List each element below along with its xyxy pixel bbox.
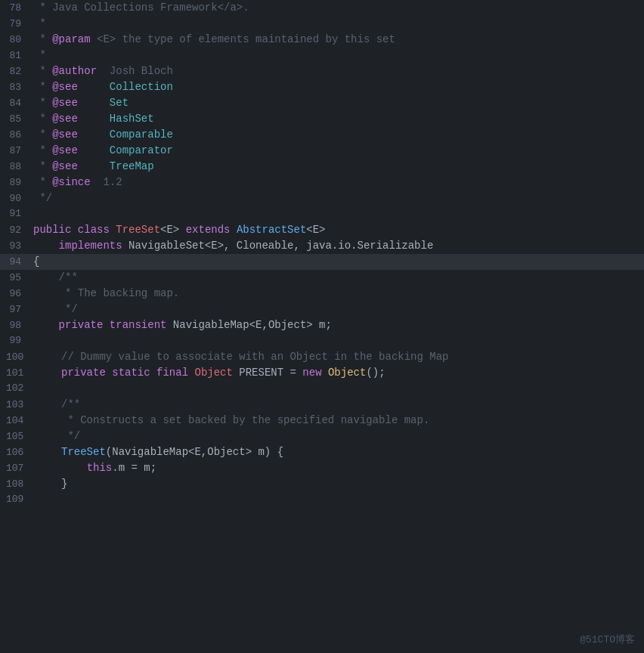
line-number: 91 xyxy=(6,206,33,221)
code-line: 102 xyxy=(0,381,644,397)
code-line: 83 * @see Collection xyxy=(0,79,644,95)
line-content: * @param <E> the type of elements mainta… xyxy=(33,32,395,48)
line-content: */ xyxy=(36,429,80,444)
line-number: 82 xyxy=(6,64,33,79)
line-content: /** xyxy=(36,397,80,413)
line-content: * Java Collections Framework</a>. xyxy=(33,0,249,16)
line-number: 93 xyxy=(6,239,33,254)
line-number: 83 xyxy=(6,80,33,95)
line-content: * Constructs a set backed by the specifi… xyxy=(36,413,429,429)
line-content: * @see HashSet xyxy=(33,111,154,127)
code-line: 97 */ xyxy=(0,302,644,317)
line-number: 106 xyxy=(6,445,36,460)
line-number: 109 xyxy=(6,492,36,507)
line-number: 101 xyxy=(6,366,36,381)
code-line: 94{ xyxy=(0,254,644,270)
line-content: * @since 1.2 xyxy=(33,175,122,190)
line-number: 98 xyxy=(6,318,33,333)
line-content: { xyxy=(33,254,39,270)
line-content: TreeSet(NavigableMap<E,Object> m) { xyxy=(36,444,283,460)
line-content: // Dummy value to associate with an Obje… xyxy=(36,349,448,365)
code-line: 78 * Java Collections Framework</a>. xyxy=(0,0,644,16)
code-line: 101 private static final Object PRESENT … xyxy=(0,365,644,381)
line-content: * xyxy=(33,48,46,63)
code-line: 86 * @see Comparable xyxy=(0,127,644,143)
line-content: * xyxy=(33,16,46,32)
line-content: */ xyxy=(33,190,52,206)
line-number: 108 xyxy=(6,477,36,492)
line-content: private static final Object PRESENT = ne… xyxy=(36,365,385,381)
line-content: * @author Josh Bloch xyxy=(33,63,173,79)
code-line: 81 * xyxy=(0,48,644,63)
line-number: 105 xyxy=(6,429,36,444)
line-content: public class TreeSet<E> extends Abstract… xyxy=(33,222,326,238)
code-line: 105 */ xyxy=(0,429,644,444)
line-content: */ xyxy=(33,302,78,317)
line-number: 96 xyxy=(6,286,33,302)
line-content: * @see TreeMap xyxy=(33,159,154,175)
line-number: 80 xyxy=(6,32,33,48)
line-number: 95 xyxy=(6,271,33,286)
line-number: 81 xyxy=(6,48,33,63)
line-number: 87 xyxy=(6,144,33,159)
code-line: 91 xyxy=(0,206,644,222)
line-content: * @see Collection xyxy=(33,79,173,95)
line-number: 85 xyxy=(6,112,33,127)
code-line: 93 implements NavigableSet<E>, Cloneable… xyxy=(0,238,644,254)
code-line: 107 this.m = m; xyxy=(0,460,644,476)
code-line: 96 * The backing map. xyxy=(0,286,644,302)
code-line: 104 * Constructs a set backed by the spe… xyxy=(0,413,644,429)
line-number: 100 xyxy=(6,350,36,365)
line-number: 79 xyxy=(6,17,33,32)
code-line: 79 * xyxy=(0,16,644,32)
line-number: 89 xyxy=(6,175,33,190)
code-line: 99 xyxy=(0,333,644,349)
code-line: 80 * @param <E> the type of elements mai… xyxy=(0,32,644,48)
line-number: 99 xyxy=(6,333,33,348)
line-content: } xyxy=(36,476,67,492)
line-content: * @see Comparable xyxy=(33,127,173,143)
line-number: 90 xyxy=(6,191,33,206)
line-content: /** xyxy=(33,270,78,286)
line-number: 94 xyxy=(6,255,33,270)
line-content: private transient NavigableMap<E,Object>… xyxy=(33,317,332,333)
line-number: 88 xyxy=(6,159,33,175)
line-number: 97 xyxy=(6,302,33,317)
code-line: 109 xyxy=(0,492,644,508)
code-line: 108 } xyxy=(0,476,644,492)
line-number: 86 xyxy=(6,128,33,143)
line-number: 84 xyxy=(6,96,33,111)
line-number: 107 xyxy=(6,461,36,476)
line-number: 104 xyxy=(6,413,36,429)
code-line: 103 /** xyxy=(0,397,644,413)
line-content: this.m = m; xyxy=(36,460,156,476)
line-number: 78 xyxy=(6,1,33,16)
watermark: @51CTO博客 xyxy=(580,633,635,648)
code-line: 89 * @since 1.2 xyxy=(0,175,644,190)
line-number: 102 xyxy=(6,381,36,396)
code-line: 95 /** xyxy=(0,270,644,286)
line-content: * @see Set xyxy=(33,95,128,111)
code-line: 84 * @see Set xyxy=(0,95,644,111)
line-content: * @see Comparator xyxy=(33,143,173,159)
line-content: implements NavigableSet<E>, Cloneable, j… xyxy=(33,238,433,254)
code-line: 88 * @see TreeMap xyxy=(0,159,644,175)
code-line: 82 * @author Josh Bloch xyxy=(0,63,644,79)
code-line: 85 * @see HashSet xyxy=(0,111,644,127)
code-line: 90 */ xyxy=(0,190,644,206)
code-line: 98 private transient NavigableMap<E,Obje… xyxy=(0,317,644,333)
code-line: 100 // Dummy value to associate with an … xyxy=(0,349,644,365)
code-line: 87 * @see Comparator xyxy=(0,143,644,159)
line-content: * The backing map. xyxy=(33,286,179,302)
code-line: 92public class TreeSet<E> extends Abstra… xyxy=(0,222,644,238)
line-number: 103 xyxy=(6,398,36,413)
code-editor: 78 * Java Collections Framework</a>.79 *… xyxy=(0,0,644,653)
line-number: 92 xyxy=(6,223,33,238)
code-line: 106 TreeSet(NavigableMap<E,Object> m) { xyxy=(0,444,644,460)
